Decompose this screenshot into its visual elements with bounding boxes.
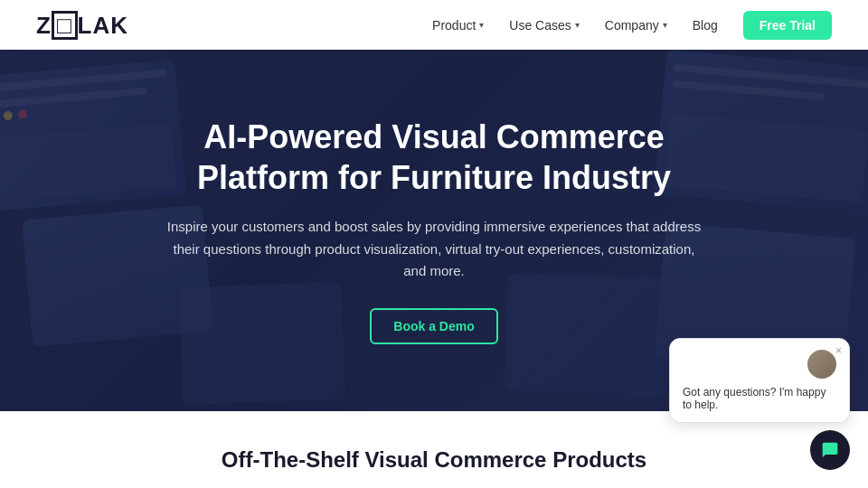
chat-open-button[interactable]	[810, 430, 850, 470]
nav-item-company[interactable]: Company ▾	[605, 18, 667, 33]
nav-label-company: Company	[605, 18, 659, 33]
chevron-down-icon: ▾	[663, 20, 667, 30]
chat-icon	[821, 441, 839, 459]
hero-content: AI-Powered Visual Commerce Platform for …	[145, 117, 723, 344]
chevron-down-icon: ▾	[479, 20, 484, 30]
chat-close-button[interactable]: ×	[835, 344, 842, 357]
free-trial-button[interactable]: Free Trial	[743, 11, 832, 40]
book-demo-button[interactable]: Book a Demo	[370, 308, 497, 344]
nav-item-product[interactable]: Product ▾	[432, 18, 484, 33]
chevron-down-icon: ▾	[575, 20, 580, 30]
brand-logo[interactable]: Z□LAK	[36, 11, 128, 40]
nav-item-blog[interactable]: Blog	[693, 18, 718, 33]
chat-widget: × Got any questions? I'm happy to help.	[669, 338, 850, 470]
chat-avatar	[807, 350, 836, 379]
nav-links: Product ▾ Use Cases ▾ Company ▾ Blog Fre…	[432, 11, 832, 40]
nav-label-use-cases: Use Cases	[509, 18, 571, 33]
chat-message: Got any questions? I'm happy to help.	[683, 386, 836, 411]
hero-title: AI-Powered Visual Commerce Platform for …	[163, 117, 705, 198]
free-trial-button-wrapper: Free Trial	[743, 11, 832, 40]
navbar: Z□LAK Product ▾ Use Cases ▾ Company ▾ Bl…	[0, 0, 868, 50]
nav-item-use-cases[interactable]: Use Cases ▾	[509, 18, 579, 33]
nav-label-product: Product	[432, 18, 476, 33]
hero-subtitle: Inspire your customers and boost sales b…	[163, 216, 705, 283]
nav-label-blog: Blog	[693, 18, 718, 33]
chat-bubble: × Got any questions? I'm happy to help.	[669, 338, 850, 423]
